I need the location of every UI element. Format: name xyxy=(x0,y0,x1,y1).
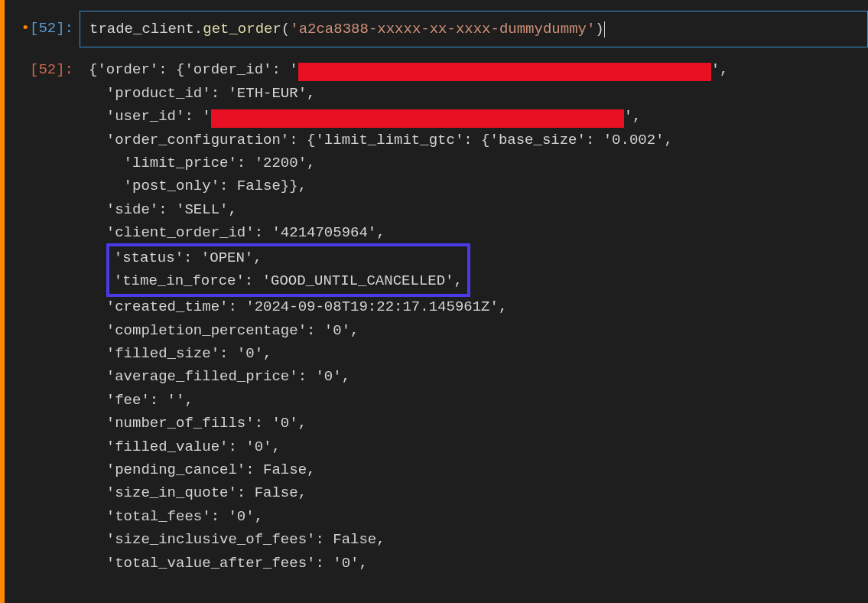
out-line-highlighted: 'status': 'OPEN', 'time_in_force': 'GOOD… xyxy=(89,245,868,296)
out-line: 'size_in_quote': False, xyxy=(89,481,868,504)
out-line: 'total_value_after_fees': '0', xyxy=(89,552,868,575)
notebook: •[52]: trade_client.get_order('a2ca8388-… xyxy=(0,0,868,603)
out-prompt-label: [52]: xyxy=(30,61,73,78)
out-line: 'total_fees': '0', xyxy=(89,505,868,528)
tok-method: get_order xyxy=(203,21,281,37)
tok-dot: . xyxy=(194,21,203,37)
out-line: 'limit_price': '2200', xyxy=(89,152,868,174)
redacted-user-id xyxy=(211,109,624,128)
out-line: 'fee': '', xyxy=(89,389,868,412)
out-line: 'order_configuration': {'limit_limit_gtc… xyxy=(89,129,868,152)
output-text: {'order': {'order_id': '', 'product_id':… xyxy=(80,52,868,575)
out-line: 'size_inclusive_of_fees': False, xyxy=(89,528,868,551)
out-line: 'filled_size': '0', xyxy=(89,342,868,365)
out-line: {'order': {'order_id': '', xyxy=(89,58,868,81)
redacted-order-id xyxy=(298,63,711,81)
out-line: 'average_filled_price': '0', xyxy=(89,365,868,388)
out-line: 'user_id': '', xyxy=(89,105,868,128)
out-line: 'client_order_id': '4214705964', xyxy=(89,221,868,244)
out-line: 'created_time': '2024-09-08T19:22:17.145… xyxy=(89,295,868,318)
output-prompt: [52]: xyxy=(5,52,80,81)
tok-client: trade_client xyxy=(89,21,194,37)
out-line: 'completion_percentage': '0', xyxy=(89,319,868,342)
tok-arg: 'a2ca8388-xxxxx-xx-xxxx-dummydummy' xyxy=(290,21,595,37)
text-cursor xyxy=(604,21,605,37)
input-cell: •[52]: trade_client.get_order('a2ca8388-… xyxy=(5,11,868,47)
tok-close: ) xyxy=(595,21,603,37)
dirty-indicator: • xyxy=(21,20,30,37)
tok-open: ( xyxy=(281,21,290,37)
out-line: 'number_of_fills': '0', xyxy=(89,412,868,435)
code-input[interactable]: trade_client.get_order('a2ca8388-xxxxx-x… xyxy=(80,11,868,47)
out-line: 'pending_cancel': False, xyxy=(89,458,868,481)
out-line: 'filled_value': '0', xyxy=(89,435,868,458)
in-prompt-label: [52]: xyxy=(30,20,73,37)
out-line: 'post_only': False}}, xyxy=(89,174,868,197)
highlight-box: 'status': 'OPEN', 'time_in_force': 'GOOD… xyxy=(106,243,470,298)
input-prompt: •[52]: xyxy=(5,11,80,40)
out-line: 'product_id': 'ETH-EUR', xyxy=(89,82,868,105)
out-line: 'side': 'SELL', xyxy=(89,198,868,221)
output-cell: [52]: {'order': {'order_id': '', 'produc… xyxy=(5,52,868,575)
notebook-content: •[52]: trade_client.get_order('a2ca8388-… xyxy=(5,0,868,603)
